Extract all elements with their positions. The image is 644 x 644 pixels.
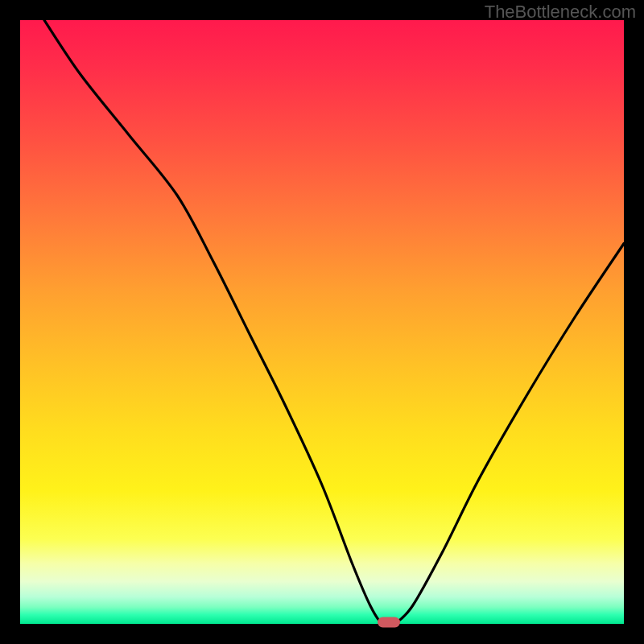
bottleneck-curve	[44, 20, 624, 624]
plot-area	[20, 20, 624, 624]
optimum-marker	[378, 617, 400, 628]
curve-svg	[20, 20, 624, 624]
attribution-text: TheBottleneck.com	[485, 2, 636, 23]
chart-container: TheBottleneck.com	[0, 0, 644, 644]
